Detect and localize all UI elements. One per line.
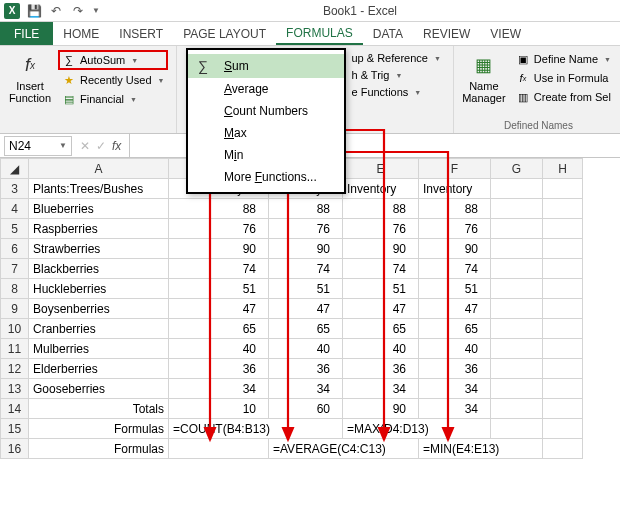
lookup-reference-button[interactable]: up & Reference▼	[347, 50, 444, 66]
cell[interactable]: =MIN(E4:E13)	[419, 439, 543, 459]
cell[interactable]	[491, 379, 543, 399]
cell[interactable]: 40	[269, 339, 343, 359]
cell[interactable]	[491, 179, 543, 199]
cell[interactable]	[543, 219, 583, 239]
cell[interactable]: =AVERAGE(C4:C13)	[269, 439, 419, 459]
row-header[interactable]: 6	[1, 239, 29, 259]
cell[interactable]: 40	[343, 339, 419, 359]
row-header[interactable]: 12	[1, 359, 29, 379]
financial-button[interactable]: ▤ Financial ▼	[58, 90, 168, 108]
worksheet-grid[interactable]: ◢ A B C E F G H 3 Plants:Trees/Bushes In…	[0, 158, 583, 459]
cell[interactable]: 47	[419, 299, 491, 319]
dropdown-item-sum[interactable]: ∑ SSumum	[188, 54, 344, 78]
recently-used-button[interactable]: ★ Recently Used ▼	[58, 71, 168, 89]
cell[interactable]: 74	[269, 259, 343, 279]
qat-dropdown-icon[interactable]: ▼	[92, 6, 100, 15]
cell[interactable]	[543, 179, 583, 199]
cell[interactable]: 90	[343, 239, 419, 259]
cell[interactable]	[543, 399, 583, 419]
dropdown-item-more-functions[interactable]: More Functions...	[188, 166, 344, 188]
cell[interactable]: 76	[343, 219, 419, 239]
cell[interactable]	[491, 359, 543, 379]
dropdown-item-min[interactable]: Min	[188, 144, 344, 166]
cell[interactable]: 40	[419, 339, 491, 359]
cell[interactable]: 51	[269, 279, 343, 299]
tab-review[interactable]: REVIEW	[413, 22, 480, 45]
cell[interactable]: 65	[419, 319, 491, 339]
cell[interactable]	[491, 419, 543, 439]
cell[interactable]	[543, 379, 583, 399]
math-trig-button[interactable]: h & Trig▼	[347, 67, 444, 83]
name-manager-button[interactable]: ▦ Name Manager	[462, 50, 506, 104]
cell[interactable]: Blackberries	[29, 259, 169, 279]
cell[interactable]	[491, 219, 543, 239]
cell[interactable]: Totals	[29, 399, 169, 419]
row-header[interactable]: 13	[1, 379, 29, 399]
cell[interactable]	[491, 239, 543, 259]
fx-icon[interactable]: fx	[112, 139, 121, 153]
cell[interactable]	[491, 199, 543, 219]
row-header[interactable]: 14	[1, 399, 29, 419]
row-header[interactable]: 7	[1, 259, 29, 279]
cell[interactable]: 40	[169, 339, 269, 359]
row-header[interactable]: 11	[1, 339, 29, 359]
cell[interactable]: =MAX(D4:D13)	[343, 419, 491, 439]
row-header[interactable]: 16	[1, 439, 29, 459]
cell[interactable]	[543, 319, 583, 339]
define-name-button[interactable]: ▣ Define Name▼	[512, 50, 615, 68]
cell[interactable]: 90	[419, 239, 491, 259]
dropdown-item-count[interactable]: Count Numbers	[188, 100, 344, 122]
tab-insert[interactable]: INSERT	[109, 22, 173, 45]
cell[interactable]: 51	[419, 279, 491, 299]
cell[interactable]: 51	[169, 279, 269, 299]
col-header-H[interactable]: H	[543, 159, 583, 179]
cell[interactable]: 65	[169, 319, 269, 339]
tab-home[interactable]: HOME	[53, 22, 109, 45]
cell[interactable]	[543, 359, 583, 379]
cell[interactable]: 36	[169, 359, 269, 379]
cell[interactable]	[491, 339, 543, 359]
cell[interactable]: 10	[169, 399, 269, 419]
dropdown-item-max[interactable]: Max	[188, 122, 344, 144]
row-header[interactable]: 5	[1, 219, 29, 239]
save-icon[interactable]: 💾	[26, 3, 42, 19]
cell[interactable]: 88	[343, 199, 419, 219]
cell[interactable]	[543, 199, 583, 219]
cell[interactable]: Boysenberries	[29, 299, 169, 319]
cell[interactable]: 60	[269, 399, 343, 419]
cell[interactable]	[543, 299, 583, 319]
cell[interactable]: 36	[419, 359, 491, 379]
cell[interactable]: 76	[169, 219, 269, 239]
name-box[interactable]: N24 ▼	[4, 136, 72, 156]
cell[interactable]: 76	[269, 219, 343, 239]
cell[interactable]: 36	[343, 359, 419, 379]
cell[interactable]: 90	[269, 239, 343, 259]
cell[interactable]: 47	[269, 299, 343, 319]
cell[interactable]: Formulas	[29, 439, 169, 459]
cell[interactable]	[543, 279, 583, 299]
tab-formulas[interactable]: FORMULAS	[276, 22, 363, 45]
cell[interactable]: Strawberries	[29, 239, 169, 259]
col-header-G[interactable]: G	[491, 159, 543, 179]
cell[interactable]	[543, 239, 583, 259]
more-functions-button[interactable]: e Functions▼	[347, 84, 444, 100]
cell[interactable]: Cranberries	[29, 319, 169, 339]
confirm-icon[interactable]: ✓	[96, 139, 106, 153]
cell[interactable]: 34	[169, 379, 269, 399]
cell[interactable]: Elderberries	[29, 359, 169, 379]
insert-function-button[interactable]: fx Insert Function	[8, 50, 52, 104]
cell[interactable]: 34	[269, 379, 343, 399]
cell[interactable]: 90	[343, 399, 419, 419]
dropdown-item-average[interactable]: Average	[188, 78, 344, 100]
redo-icon[interactable]: ↷	[70, 3, 86, 19]
cell[interactable]	[169, 439, 269, 459]
undo-icon[interactable]: ↶	[48, 3, 64, 19]
autosum-button[interactable]: ∑ AutoSum ▼	[58, 50, 168, 70]
cell[interactable]: Mulberries	[29, 339, 169, 359]
cell[interactable]: 47	[343, 299, 419, 319]
cell[interactable]: 90	[169, 239, 269, 259]
select-all-corner[interactable]: ◢	[1, 159, 29, 179]
cell[interactable]: 88	[419, 199, 491, 219]
cell[interactable]: 65	[269, 319, 343, 339]
col-header-E[interactable]: E	[343, 159, 419, 179]
